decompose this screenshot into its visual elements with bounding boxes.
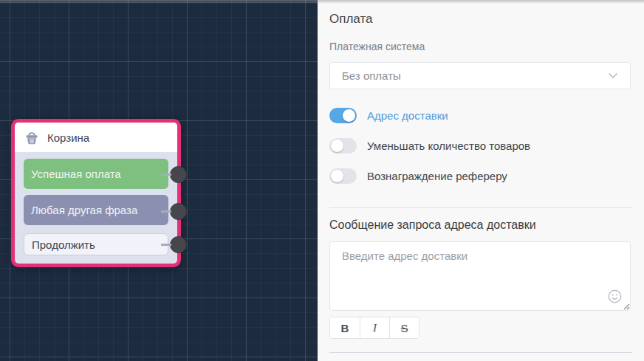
- delivery-message-field-wrap: [329, 241, 631, 311]
- strikethrough-button[interactable]: S: [389, 317, 419, 338]
- bottom-divider: [329, 352, 632, 353]
- payment-system-select[interactable]: Без оплаты: [329, 62, 631, 89]
- delivery-message-textarea[interactable]: [329, 241, 631, 311]
- resize-handle[interactable]: [622, 302, 630, 310]
- connector-any-other-phrase[interactable]: [170, 203, 187, 220]
- basket-icon: [24, 131, 39, 145]
- smiley-icon[interactable]: [608, 289, 622, 303]
- bold-button[interactable]: B: [330, 317, 360, 338]
- settings-panel: Оплата Платежная система Без оплаты Адре…: [318, 0, 644, 361]
- toggle-row-decrease-quantity: Уменьшать количество товаров: [329, 137, 631, 154]
- toggle-knob: [331, 140, 343, 152]
- payment-system-label: Платежная система: [329, 41, 631, 52]
- bot-flow-editor: Корзина Успешная оплата Любая другая фра…: [0, 0, 644, 361]
- italic-button[interactable]: I: [360, 317, 389, 338]
- referral-reward-label: Вознаграждение рефереру: [367, 170, 507, 182]
- payment-system-selected-value: Без оплаты: [342, 69, 401, 82]
- delivery-address-label: Адрес доставки: [367, 109, 448, 122]
- cart-node[interactable]: Корзина Успешная оплата Любая другая фра…: [11, 119, 181, 267]
- output-success-payment[interactable]: Успешная оплата: [24, 159, 168, 189]
- flow-canvas[interactable]: Корзина Успешная оплата Любая другая фра…: [0, 0, 318, 361]
- decrease-quantity-toggle[interactable]: [329, 138, 357, 154]
- output-any-other-phrase[interactable]: Любая другая фраза: [24, 195, 168, 225]
- output-continue[interactable]: Продолжить: [24, 233, 168, 255]
- text-format-toolbar: B I S: [329, 317, 419, 339]
- chevron-down-icon: [608, 72, 618, 79]
- delivery-message-heading: Сообщение запроса адреса доставки: [329, 219, 631, 232]
- toggle-row-delivery-address: Адрес доставки: [329, 107, 631, 123]
- delivery-address-toggle[interactable]: [329, 108, 357, 123]
- node-body: Успешная оплата Любая другая фраза Продо…: [15, 152, 177, 255]
- connector-success-payment[interactable]: [170, 166, 187, 183]
- connector-continue[interactable]: [170, 236, 187, 253]
- toggle-knob: [331, 170, 343, 182]
- panel-title: Оплата: [329, 12, 631, 27]
- toggle-knob: [343, 109, 355, 122]
- cart-node-header[interactable]: Корзина: [15, 123, 177, 152]
- decrease-quantity-label: Уменьшать количество товаров: [367, 140, 530, 152]
- toggle-row-referral-reward: Вознаграждение рефереру: [329, 168, 631, 184]
- referral-reward-toggle[interactable]: [329, 168, 357, 184]
- section-divider: [329, 207, 632, 208]
- node-title: Корзина: [47, 131, 89, 144]
